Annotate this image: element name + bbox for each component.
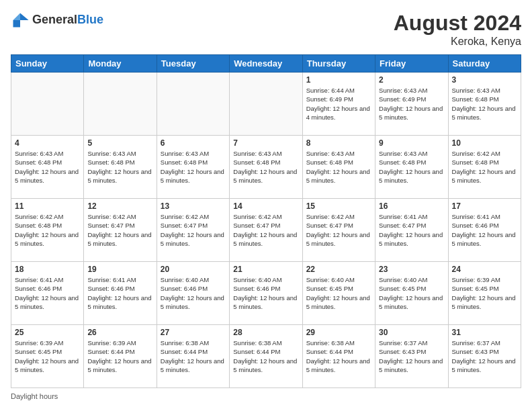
day-info: Sunrise: 6:40 AMSunset: 6:45 PMDaylight:… [379,275,444,311]
header: GeneralBlue August 2024 Keroka, Kenya [11,11,521,48]
footer: Daylight hours [11,392,521,400]
logo-general: General [32,13,77,26]
calendar-day-cell: 13Sunrise: 6:42 AMSunset: 6:47 PMDayligh… [157,199,229,262]
calendar-day-cell: 7Sunrise: 6:43 AMSunset: 6:48 PMDaylight… [230,136,302,199]
day-info: Sunrise: 6:39 AMSunset: 6:45 PMDaylight:… [15,338,80,374]
calendar-day-cell: 4Sunrise: 6:43 AMSunset: 6:48 PMDaylight… [11,136,84,199]
day-number: 11 [15,201,80,211]
day-info: Sunrise: 6:42 AMSunset: 6:48 PMDaylight:… [15,212,80,248]
day-info: Sunrise: 6:37 AMSunset: 6:43 PMDaylight:… [452,338,517,374]
day-number: 31 [452,328,517,337]
calendar-day-cell: 5Sunrise: 6:43 AMSunset: 6:48 PMDaylight… [84,136,157,199]
day-number: 30 [379,328,444,337]
day-number: 18 [15,265,80,274]
day-info: Sunrise: 6:41 AMSunset: 6:47 PMDaylight:… [379,212,444,248]
col-sunday: Sunday [11,55,84,73]
calendar-day-cell: 19Sunrise: 6:41 AMSunset: 6:46 PMDayligh… [84,262,157,325]
calendar-day-cell: 3Sunrise: 6:43 AMSunset: 6:48 PMDaylight… [448,73,521,136]
logo: GeneralBlue [11,11,103,30]
col-tuesday: Tuesday [157,55,229,73]
day-number: 9 [379,138,444,148]
day-number: 28 [233,328,298,337]
calendar-day-cell: 11Sunrise: 6:42 AMSunset: 6:48 PMDayligh… [11,199,84,262]
calendar-day-cell: 28Sunrise: 6:38 AMSunset: 6:44 PMDayligh… [230,325,302,388]
calendar-week-row: 4Sunrise: 6:43 AMSunset: 6:48 PMDaylight… [11,136,521,199]
day-info: Sunrise: 6:38 AMSunset: 6:44 PMDaylight:… [161,338,226,374]
day-number: 24 [452,265,517,274]
calendar-day-cell: 23Sunrise: 6:40 AMSunset: 6:45 PMDayligh… [375,262,448,325]
calendar-day-cell: 26Sunrise: 6:39 AMSunset: 6:44 PMDayligh… [84,325,157,388]
day-info: Sunrise: 6:40 AMSunset: 6:45 PMDaylight:… [306,275,371,311]
day-info: Sunrise: 6:43 AMSunset: 6:48 PMDaylight:… [379,149,444,185]
svg-marker-1 [13,13,21,21]
day-number: 1 [306,75,371,85]
logo-icon [11,11,30,30]
day-number: 2 [379,75,444,85]
calendar-day-cell: 14Sunrise: 6:42 AMSunset: 6:47 PMDayligh… [230,199,302,262]
calendar-day-cell: 1Sunrise: 6:44 AMSunset: 6:49 PMDaylight… [302,73,375,136]
calendar-day-cell: 12Sunrise: 6:42 AMSunset: 6:47 PMDayligh… [84,199,157,262]
calendar-header-row: Sunday Monday Tuesday Wednesday Thursday… [11,55,521,73]
svg-marker-2 [13,20,21,28]
day-number: 4 [15,138,80,148]
day-number: 23 [379,265,444,274]
day-info: Sunrise: 6:43 AMSunset: 6:48 PMDaylight:… [15,149,80,185]
day-info: Sunrise: 6:42 AMSunset: 6:47 PMDaylight:… [87,212,152,248]
day-number: 17 [452,201,517,211]
day-number: 13 [161,201,226,211]
calendar-day-cell: 20Sunrise: 6:40 AMSunset: 6:46 PMDayligh… [157,262,229,325]
calendar-day-cell: 15Sunrise: 6:42 AMSunset: 6:47 PMDayligh… [302,199,375,262]
calendar-day-cell [11,73,84,136]
day-info: Sunrise: 6:41 AMSunset: 6:46 PMDaylight:… [15,275,80,311]
svg-marker-0 [20,13,29,21]
calendar-day-cell: 17Sunrise: 6:41 AMSunset: 6:46 PMDayligh… [448,199,521,262]
day-info: Sunrise: 6:43 AMSunset: 6:48 PMDaylight:… [233,149,298,185]
day-info: Sunrise: 6:44 AMSunset: 6:49 PMDaylight:… [306,86,371,122]
col-friday: Friday [375,55,448,73]
day-info: Sunrise: 6:38 AMSunset: 6:44 PMDaylight:… [306,338,371,374]
calendar-week-row: 18Sunrise: 6:41 AMSunset: 6:46 PMDayligh… [11,262,521,325]
day-number: 20 [161,265,226,274]
calendar-day-cell: 8Sunrise: 6:43 AMSunset: 6:48 PMDaylight… [302,136,375,199]
day-info: Sunrise: 6:43 AMSunset: 6:49 PMDaylight:… [379,86,444,122]
calendar-week-row: 25Sunrise: 6:39 AMSunset: 6:45 PMDayligh… [11,325,521,388]
day-number: 25 [15,328,80,337]
day-info: Sunrise: 6:40 AMSunset: 6:46 PMDaylight:… [233,275,298,311]
page: GeneralBlue August 2024 Keroka, Kenya Su… [0,0,532,411]
day-info: Sunrise: 6:43 AMSunset: 6:48 PMDaylight:… [452,86,517,122]
day-info: Sunrise: 6:39 AMSunset: 6:45 PMDaylight:… [452,275,517,311]
calendar-day-cell: 29Sunrise: 6:38 AMSunset: 6:44 PMDayligh… [302,325,375,388]
col-wednesday: Wednesday [230,55,302,73]
calendar-day-cell: 6Sunrise: 6:43 AMSunset: 6:48 PMDaylight… [157,136,229,199]
calendar-day-cell: 22Sunrise: 6:40 AMSunset: 6:45 PMDayligh… [302,262,375,325]
month-year: August 2024 [394,11,521,36]
logo-text: GeneralBlue [32,13,103,27]
day-number: 27 [161,328,226,337]
calendar-table: Sunday Monday Tuesday Wednesday Thursday… [11,54,521,388]
day-info: Sunrise: 6:42 AMSunset: 6:47 PMDaylight:… [306,212,371,248]
title-block: August 2024 Keroka, Kenya [394,11,521,48]
day-number: 21 [233,265,298,274]
location: Keroka, Kenya [394,36,521,48]
day-number: 22 [306,265,371,274]
calendar-day-cell: 2Sunrise: 6:43 AMSunset: 6:49 PMDaylight… [375,73,448,136]
day-number: 10 [452,138,517,148]
day-number: 3 [452,75,517,85]
day-info: Sunrise: 6:42 AMSunset: 6:47 PMDaylight:… [233,212,298,248]
day-info: Sunrise: 6:42 AMSunset: 6:47 PMDaylight:… [161,212,226,248]
calendar-day-cell: 30Sunrise: 6:37 AMSunset: 6:43 PMDayligh… [375,325,448,388]
calendar-day-cell: 24Sunrise: 6:39 AMSunset: 6:45 PMDayligh… [448,262,521,325]
calendar-day-cell [84,73,157,136]
calendar-week-row: 1Sunrise: 6:44 AMSunset: 6:49 PMDaylight… [11,73,521,136]
day-info: Sunrise: 6:38 AMSunset: 6:44 PMDaylight:… [233,338,298,374]
calendar-day-cell [157,73,229,136]
col-thursday: Thursday [302,55,375,73]
calendar-day-cell: 21Sunrise: 6:40 AMSunset: 6:46 PMDayligh… [230,262,302,325]
day-info: Sunrise: 6:41 AMSunset: 6:46 PMDaylight:… [452,212,517,248]
calendar-day-cell: 27Sunrise: 6:38 AMSunset: 6:44 PMDayligh… [157,325,229,388]
day-number: 19 [87,265,152,274]
calendar-day-cell [230,73,302,136]
calendar-day-cell: 10Sunrise: 6:42 AMSunset: 6:48 PMDayligh… [448,136,521,199]
day-info: Sunrise: 6:43 AMSunset: 6:48 PMDaylight:… [161,149,226,185]
calendar-day-cell: 16Sunrise: 6:41 AMSunset: 6:47 PMDayligh… [375,199,448,262]
